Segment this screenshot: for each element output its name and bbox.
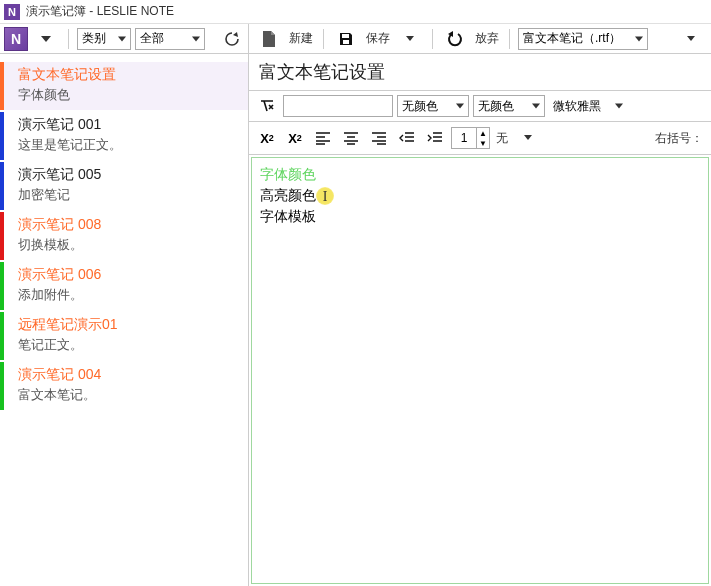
- save-button[interactable]: [332, 27, 360, 51]
- superscript-button[interactable]: X2: [255, 127, 279, 149]
- editor-area[interactable]: 字体颜色 高亮颜色 字体模板: [251, 157, 709, 584]
- new-button[interactable]: [255, 27, 283, 51]
- line-spacing-spinbox[interactable]: ▲▼: [451, 127, 490, 149]
- sidebar-item-subtitle: 加密笔记: [18, 186, 240, 204]
- editor-line-3: 字体模板: [260, 206, 700, 227]
- separator: [68, 29, 69, 49]
- text-cursor-icon: [316, 187, 334, 205]
- sidebar-item-4[interactable]: 演示笔记 006添加附件。: [0, 262, 248, 310]
- sidebar-item-subtitle: 富文本笔记。: [18, 386, 240, 404]
- titlebar: N 演示笔记簿 - LESLIE NOTE: [0, 0, 711, 24]
- separator: [509, 29, 510, 49]
- discard-button[interactable]: [441, 27, 469, 51]
- main-area: 富文本笔记设置字体颜色演示笔记 001这里是笔记正文。演示笔记 005加密笔记演…: [0, 54, 711, 586]
- refresh-button[interactable]: [220, 28, 244, 50]
- format-bar-2: X2 X2 ▲▼ 无 右括号：: [249, 122, 711, 155]
- toolbar-right: 新建 保存 放弃 富文本笔记（.rtf）: [249, 24, 711, 53]
- line-spacing-input[interactable]: [452, 128, 476, 148]
- save-label: 保存: [364, 30, 392, 47]
- note-title: 富文本笔记设置: [259, 60, 701, 84]
- separator: [323, 29, 324, 49]
- font-select-label: 微软雅黑: [553, 98, 601, 115]
- filter-dropdown[interactable]: 全部: [135, 28, 205, 50]
- note-header: 富文本笔记设置: [249, 54, 711, 91]
- sidebar-item-0[interactable]: 富文本笔记设置字体颜色: [0, 62, 248, 110]
- color-select-2-label: 无颜色: [478, 98, 514, 115]
- none-label: 无: [494, 130, 510, 147]
- discard-label: 放弃: [473, 30, 501, 47]
- sidebar-item-title: 富文本笔记设置: [18, 66, 240, 84]
- sidebar-item-6[interactable]: 演示笔记 004富文本笔记。: [0, 362, 248, 410]
- editor-line-2-wrap: 高亮颜色: [260, 185, 700, 206]
- list-style-dropdown-icon[interactable]: [514, 126, 542, 150]
- sidebar[interactable]: 富文本笔记设置字体颜色演示笔记 001这里是笔记正文。演示笔记 005加密笔记演…: [0, 54, 249, 586]
- align-center-button[interactable]: [339, 127, 363, 149]
- sidebar-item-title: 演示笔记 005: [18, 166, 240, 184]
- font-select[interactable]: 微软雅黑: [549, 95, 627, 117]
- sidebar-item-1[interactable]: 演示笔记 001这里是笔记正文。: [0, 112, 248, 160]
- logo-button[interactable]: N: [4, 27, 28, 51]
- color-select-1[interactable]: 无颜色: [397, 95, 469, 117]
- sidebar-item-subtitle: 这里是笔记正文。: [18, 136, 240, 154]
- clear-format-button[interactable]: [255, 95, 279, 117]
- color-select-2[interactable]: 无颜色: [473, 95, 545, 117]
- format-label: 富文本笔记（.rtf）: [523, 30, 621, 47]
- sidebar-item-subtitle: 添加附件。: [18, 286, 240, 304]
- color-select-1-label: 无颜色: [402, 98, 438, 115]
- new-label: 新建: [287, 30, 315, 47]
- overflow-dropdown-icon[interactable]: [677, 27, 705, 51]
- svg-rect-0: [342, 34, 349, 38]
- window-title: 演示笔记簿 - LESLIE NOTE: [26, 3, 174, 20]
- style-input[interactable]: [283, 95, 393, 117]
- format-bar-1: 无颜色 无颜色 微软雅黑: [249, 91, 711, 122]
- indent-decrease-button[interactable]: [395, 127, 419, 149]
- sidebar-item-title: 演示笔记 001: [18, 116, 240, 134]
- editor-line-1: 字体颜色: [260, 164, 700, 185]
- sidebar-item-title: 演示笔记 006: [18, 266, 240, 284]
- svg-rect-1: [343, 40, 349, 44]
- main-toolbar: N 类别 全部 新建 保存 放弃 富文本笔记（.rtf）: [0, 24, 711, 54]
- dropdown-toggle-icon[interactable]: [32, 27, 60, 51]
- sidebar-item-subtitle: 字体颜色: [18, 86, 240, 104]
- content-area: 富文本笔记设置 无颜色 无颜色 微软雅黑 X2 X2 ▲▼ 无: [249, 54, 711, 586]
- category-dropdown[interactable]: 类别: [77, 28, 131, 50]
- sidebar-item-subtitle: 切换模板。: [18, 236, 240, 254]
- spin-down-icon[interactable]: ▼: [477, 138, 489, 148]
- editor-line-2: 高亮颜色: [260, 187, 316, 203]
- spin-up-icon[interactable]: ▲: [477, 128, 489, 138]
- format-dropdown[interactable]: 富文本笔记（.rtf）: [518, 28, 648, 50]
- align-right-button[interactable]: [367, 127, 391, 149]
- filter-label: 全部: [140, 30, 164, 47]
- app-icon: N: [4, 4, 20, 20]
- save-dropdown-icon[interactable]: [396, 27, 424, 51]
- indent-increase-button[interactable]: [423, 127, 447, 149]
- sidebar-item-title: 演示笔记 008: [18, 216, 240, 234]
- category-label: 类别: [82, 30, 106, 47]
- sidebar-item-3[interactable]: 演示笔记 008切换模板。: [0, 212, 248, 260]
- align-left-button[interactable]: [311, 127, 335, 149]
- sidebar-item-title: 演示笔记 004: [18, 366, 240, 384]
- sidebar-item-5[interactable]: 远程笔记演示01笔记正文。: [0, 312, 248, 360]
- sidebar-item-2[interactable]: 演示笔记 005加密笔记: [0, 162, 248, 210]
- separator: [432, 29, 433, 49]
- toolbar-left: N 类别 全部: [0, 24, 249, 53]
- subscript-button[interactable]: X2: [283, 127, 307, 149]
- sidebar-item-title: 远程笔记演示01: [18, 316, 240, 334]
- sidebar-item-subtitle: 笔记正文。: [18, 336, 240, 354]
- right-bracket-label: 右括号：: [653, 130, 705, 147]
